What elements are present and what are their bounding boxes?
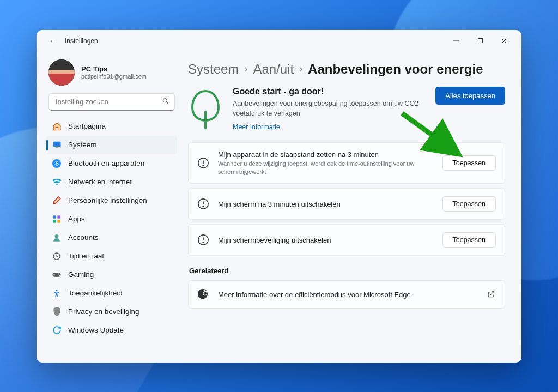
svg-point-18: [56, 290, 57, 291]
svg-rect-1: [478, 39, 482, 43]
hero-subtitle: Aanbevelingen voor energiebesparing toep…: [233, 99, 426, 118]
bluetooth-icon: [52, 159, 62, 168]
shield-icon: [52, 307, 62, 317]
nav-accounts[interactable]: Accounts: [46, 228, 177, 247]
person-icon: [52, 233, 62, 243]
accessibility-icon: [52, 288, 62, 298]
related-heading: Gerelateerd: [189, 267, 505, 275]
breadcrumb-system[interactable]: Systeem: [188, 62, 239, 77]
nav-label: Apps: [68, 215, 85, 223]
chevron-right-icon: ›: [244, 63, 247, 75]
nav-bluetooth[interactable]: Bluetooth en apparaten: [46, 154, 177, 173]
content: Systeem › Aan/uit › Aanbevelingen voor e…: [184, 52, 521, 363]
nav-label: Gaming: [68, 270, 94, 279]
brush-icon: [52, 196, 62, 206]
hero-text: Goede start - ga door! Aanbevelingen voo…: [233, 87, 426, 131]
search-input[interactable]: [48, 93, 175, 111]
nav-label: Systeem: [68, 141, 97, 149]
nav-label: Privacy en beveiliging: [68, 307, 140, 316]
titlebar: ← Instellingen: [37, 30, 521, 52]
rec-title: Mijn schermbeveiliging uitschakelen: [218, 236, 434, 244]
breadcrumb-power[interactable]: Aan/uit: [253, 62, 294, 77]
nav-gaming[interactable]: Gaming: [46, 266, 177, 284]
profile-name: PC Tips: [81, 65, 147, 73]
svg-point-13: [55, 234, 59, 238]
nav-label: Startpagina: [68, 122, 106, 130]
nav-accessibility[interactable]: Toegankelijkheid: [46, 284, 177, 303]
nav-system[interactable]: Systeem: [46, 136, 177, 154]
apply-all-button[interactable]: Alles toepassen: [435, 87, 505, 105]
nav-label: Bluetooth en apparaten: [68, 159, 144, 167]
svg-rect-9: [53, 215, 56, 218]
nav-network[interactable]: Netwerk en internet: [46, 173, 177, 191]
nav-label: Windows Update: [68, 326, 124, 334]
svg-line-5: [167, 102, 169, 104]
nav-privacy[interactable]: Privacy en beveiliging: [46, 303, 177, 321]
window-controls: [444, 32, 516, 50]
nav-label: Persoonlijke instellingen: [68, 196, 147, 204]
nav-label: Toegankelijkheid: [68, 289, 123, 297]
apps-icon: [52, 214, 62, 224]
svg-point-4: [163, 98, 167, 102]
search-box: [48, 93, 175, 111]
apply-button[interactable]: Toepassen: [442, 155, 496, 171]
breadcrumb-current: Aanbevelingen voor energie: [308, 62, 483, 77]
nav-label: Accounts: [68, 233, 99, 242]
sidebar: PC Tips pctipsinfo01@gmail.com Startpagi…: [37, 52, 184, 363]
related-item[interactable]: Meer informatie over de efficiëntiemodus…: [188, 280, 505, 309]
nav-label: Tijd en taal: [68, 252, 104, 260]
chevron-right-icon: ›: [299, 63, 302, 75]
svg-point-29: [198, 289, 208, 299]
hero-link[interactable]: Meer informatie: [233, 123, 280, 131]
search-icon: [162, 97, 169, 106]
apply-button[interactable]: Toepassen: [442, 196, 496, 212]
close-button[interactable]: [492, 32, 516, 50]
nav-home[interactable]: Startpagina: [46, 117, 177, 136]
profile[interactable]: PC Tips pctipsinfo01@gmail.com: [48, 59, 177, 86]
apply-button[interactable]: Toepassen: [442, 232, 496, 248]
hero-title: Goede start - ga door!: [233, 87, 426, 97]
external-link-icon: [487, 290, 496, 299]
svg-rect-12: [57, 220, 60, 222]
svg-rect-7: [55, 147, 58, 148]
info-icon: [197, 198, 209, 210]
nav-apps[interactable]: Apps: [46, 210, 177, 228]
svg-rect-6: [53, 142, 60, 147]
svg-point-22: [203, 165, 204, 166]
recommendation-card: Mijn schermbeveiliging uitschakelen Toep…: [188, 224, 505, 256]
svg-point-28: [203, 242, 204, 243]
nav-personalization[interactable]: Persoonlijke instellingen: [46, 191, 177, 210]
update-icon: [52, 325, 62, 335]
svg-point-16: [58, 273, 59, 274]
window-title: Instellingen: [65, 37, 98, 45]
edge-icon: [197, 288, 209, 300]
settings-window: ← Instellingen PC Tips pctipsinfo01@gmai…: [37, 30, 521, 363]
rec-title: Mijn scherm na 3 minuten uitschakelen: [218, 200, 434, 208]
back-button[interactable]: ←: [45, 37, 60, 45]
system-icon: [52, 140, 62, 150]
recommendation-card: Mijn apparaat in de slaapstand zetten na…: [188, 142, 505, 184]
leaf-icon: [188, 87, 223, 130]
nav: Startpagina Systeem Bluetooth en apparat…: [46, 117, 177, 340]
maximize-button[interactable]: [468, 32, 492, 50]
profile-email: pctipsinfo01@gmail.com: [81, 73, 147, 80]
clock-icon: [52, 251, 62, 261]
rec-subtitle: Wanneer u deze wijziging toepast, wordt …: [218, 160, 434, 176]
nav-time[interactable]: Tijd en taal: [46, 247, 177, 266]
home-icon: [52, 122, 62, 131]
nav-update[interactable]: Windows Update: [46, 321, 177, 340]
svg-rect-11: [53, 220, 56, 222]
hero: Goede start - ga door! Aanbevelingen voo…: [188, 87, 505, 131]
avatar: [48, 59, 75, 86]
svg-rect-10: [57, 215, 60, 218]
related-title: Meer informatie over de efficiëntiemodus…: [218, 291, 478, 299]
minimize-button[interactable]: [444, 32, 468, 50]
gaming-icon: [52, 270, 62, 280]
svg-point-17: [59, 275, 60, 276]
svg-point-25: [203, 206, 204, 207]
breadcrumbs: Systeem › Aan/uit › Aanbevelingen voor e…: [188, 62, 505, 77]
info-icon: [197, 157, 209, 169]
wifi-icon: [52, 177, 62, 187]
info-icon: [197, 234, 209, 246]
recommendation-card: Mijn scherm na 3 minuten uitschakelen To…: [188, 188, 505, 220]
